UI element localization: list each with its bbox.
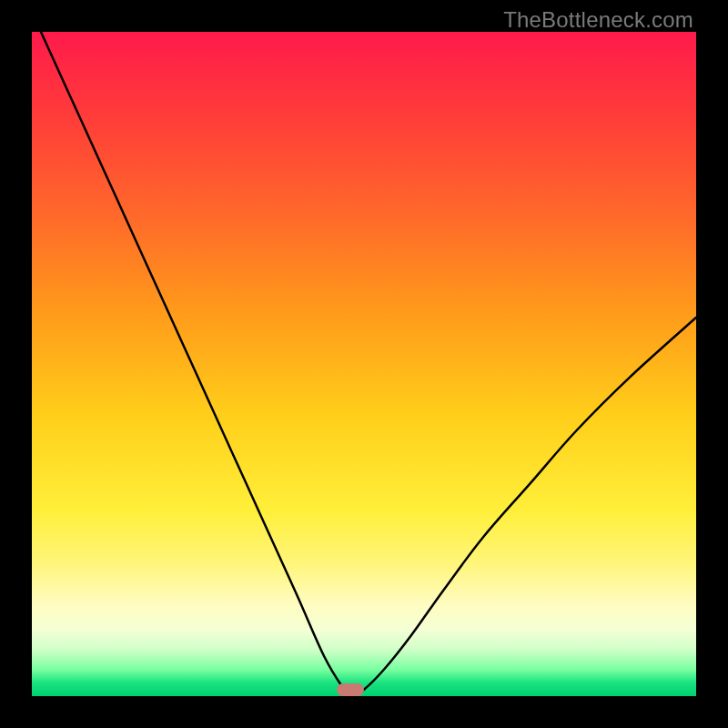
bottleneck-curve <box>32 32 696 696</box>
chart-frame: TheBottleneck.com <box>0 0 728 728</box>
watermark-text: TheBottleneck.com <box>503 7 693 33</box>
optimal-marker <box>337 683 364 696</box>
chart-plot-area <box>32 32 696 696</box>
